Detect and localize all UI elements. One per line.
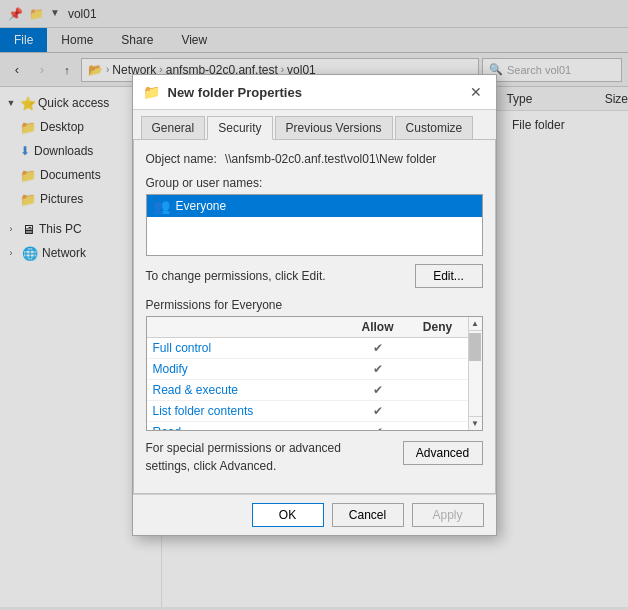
change-permissions-row: To change permissions, click Edit. Edit.… bbox=[146, 264, 483, 288]
perm-col-name-header bbox=[147, 317, 348, 337]
properties-dialog: 📁 New folder Properties ✕ General Securi… bbox=[132, 74, 497, 536]
scroll-up-arrow[interactable]: ▲ bbox=[468, 317, 482, 331]
group-label: Group or user names: bbox=[146, 176, 483, 190]
advanced-button[interactable]: Advanced bbox=[403, 441, 483, 465]
dialog-overlay: 📁 New folder Properties ✕ General Securi… bbox=[0, 0, 628, 610]
object-name-label: Object name: bbox=[146, 152, 217, 166]
dialog-titlebar: 📁 New folder Properties ✕ bbox=[133, 75, 496, 110]
special-perms-row: For special permissions or advanced sett… bbox=[146, 439, 483, 475]
dialog-content: Object name: \\anfsmb-02c0.anf.test\vol0… bbox=[133, 140, 496, 494]
perm-col-allow-header: Allow bbox=[348, 317, 408, 337]
scroll-thumb[interactable] bbox=[469, 333, 481, 361]
user-name-everyone: Everyone bbox=[176, 199, 227, 213]
edit-button[interactable]: Edit... bbox=[415, 264, 483, 288]
perm-row-3: List folder contents ✔ bbox=[147, 401, 468, 422]
permissions-header: Allow Deny bbox=[147, 317, 468, 338]
tab-security[interactable]: Security bbox=[207, 116, 272, 140]
tab-previous-versions[interactable]: Previous Versions bbox=[275, 116, 393, 139]
perm-row-2: Read & execute ✔ bbox=[147, 380, 468, 401]
user-item-everyone[interactable]: 👥 Everyone bbox=[147, 195, 482, 217]
perm-allow-2: ✔ bbox=[348, 383, 408, 397]
perm-row-0: Full control ✔ bbox=[147, 338, 468, 359]
perm-name-0: Full control bbox=[147, 338, 348, 358]
object-name-value: \\anfsmb-02c0.anf.test\vol01\New folder bbox=[225, 152, 436, 166]
perm-name-1: Modify bbox=[147, 359, 348, 379]
perm-row-1: Modify ✔ bbox=[147, 359, 468, 380]
user-list[interactable]: 👥 Everyone bbox=[146, 194, 483, 256]
user-icon: 👥 bbox=[153, 198, 170, 214]
permissions-scrollbar[interactable]: ▲ ▼ bbox=[468, 317, 482, 430]
change-permissions-text: To change permissions, click Edit. bbox=[146, 269, 326, 283]
permissions-label: Permissions for Everyone bbox=[146, 298, 483, 312]
permissions-wrapper: Allow Deny Full control ✔ Modify ✔ bbox=[146, 316, 483, 431]
cancel-button[interactable]: Cancel bbox=[332, 503, 404, 527]
dialog-title-icon: 📁 bbox=[143, 84, 160, 100]
perm-name-3: List folder contents bbox=[147, 401, 348, 421]
permissions-inner: Allow Deny Full control ✔ Modify ✔ bbox=[147, 317, 468, 430]
dialog-close-button[interactable]: ✕ bbox=[466, 82, 486, 102]
perm-name-4: Read bbox=[147, 422, 348, 430]
object-name-row: Object name: \\anfsmb-02c0.anf.test\vol0… bbox=[146, 152, 483, 166]
tab-general[interactable]: General bbox=[141, 116, 206, 139]
dialog-buttons: OK Cancel Apply bbox=[133, 494, 496, 535]
perm-row-4: Read ✔ bbox=[147, 422, 468, 430]
scroll-down-arrow[interactable]: ▼ bbox=[468, 416, 482, 430]
perm-name-2: Read & execute bbox=[147, 380, 348, 400]
perm-allow-3: ✔ bbox=[348, 404, 408, 418]
perm-allow-1: ✔ bbox=[348, 362, 408, 376]
special-perms-text: For special permissions or advanced sett… bbox=[146, 439, 386, 475]
apply-button[interactable]: Apply bbox=[412, 503, 484, 527]
perm-allow-0: ✔ bbox=[348, 341, 408, 355]
tab-customize[interactable]: Customize bbox=[395, 116, 474, 139]
perm-col-deny-header: Deny bbox=[408, 317, 468, 337]
dialog-tabs: General Security Previous Versions Custo… bbox=[133, 110, 496, 140]
dialog-title: New folder Properties bbox=[168, 85, 458, 100]
ok-button[interactable]: OK bbox=[252, 503, 324, 527]
perm-allow-4: ✔ bbox=[348, 425, 408, 430]
